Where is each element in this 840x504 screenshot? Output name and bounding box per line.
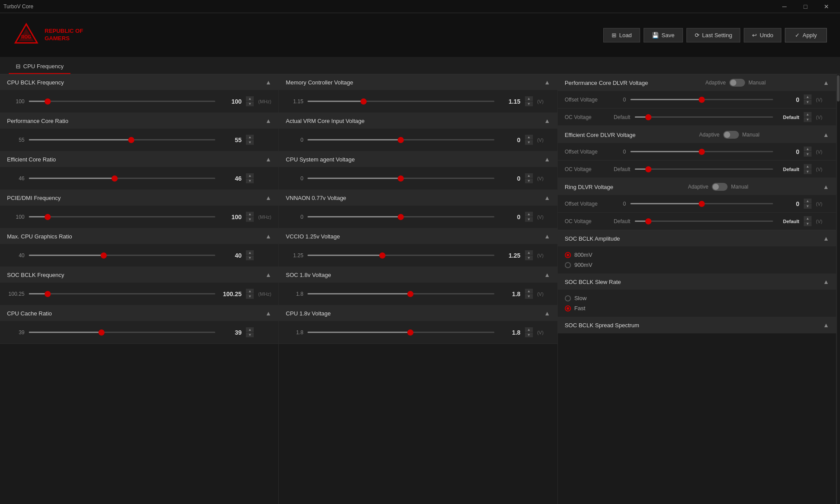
- spinner-up[interactable]: ▲: [525, 135, 533, 140]
- oc-up[interactable]: ▲: [804, 164, 812, 169]
- radio-item[interactable]: Fast: [565, 305, 829, 312]
- spinner-up[interactable]: ▲: [246, 327, 254, 332]
- section-header[interactable]: Memory Controller Voltage▲: [279, 74, 557, 90]
- apply-button[interactable]: ✓ Apply: [785, 28, 827, 42]
- spinner-down[interactable]: ▼: [246, 217, 254, 222]
- spinner-up[interactable]: ▲: [246, 289, 254, 294]
- section-header[interactable]: SOC BCLK Amplitude▲: [558, 231, 836, 246]
- adaptive-manual-toggle[interactable]: [723, 131, 739, 139]
- minimize-button[interactable]: ─: [774, 0, 794, 13]
- spinner-up[interactable]: ▲: [525, 212, 533, 217]
- spinner-down[interactable]: ▼: [525, 178, 533, 183]
- collapse-icon[interactable]: ▲: [265, 156, 271, 163]
- section-header[interactable]: CPU System agent Voltage▲: [279, 151, 557, 167]
- spinner-down[interactable]: ▼: [246, 178, 254, 183]
- collapse-icon[interactable]: ▲: [823, 183, 829, 190]
- slider-container[interactable]: [308, 251, 494, 260]
- radio-item[interactable]: Slow: [565, 295, 829, 301]
- oc-up[interactable]: ▲: [804, 216, 812, 221]
- collapse-icon[interactable]: ▲: [544, 194, 550, 201]
- collapse-icon[interactable]: ▲: [823, 79, 829, 86]
- maximize-button[interactable]: □: [795, 0, 816, 13]
- section-header[interactable]: Max. CPU Graphics Ratio▲: [0, 228, 278, 244]
- spinner-up[interactable]: ▲: [246, 250, 254, 255]
- offset-up[interactable]: ▲: [804, 147, 812, 151]
- collapse-icon[interactable]: ▲: [265, 310, 271, 317]
- collapse-icon[interactable]: ▲: [544, 271, 550, 278]
- spinner-up[interactable]: ▲: [246, 173, 254, 178]
- spinner-down[interactable]: ▼: [246, 102, 254, 106]
- section-header[interactable]: SOC BCLK Slew Rate▲: [558, 274, 836, 290]
- oc-slider[interactable]: [635, 113, 773, 122]
- offset-up[interactable]: ▲: [804, 199, 812, 203]
- spinner-down[interactable]: ▼: [525, 217, 533, 222]
- section-header[interactable]: PCIE/DMI Frequency▲: [0, 190, 278, 206]
- section-header[interactable]: Performance Core Ratio▲: [0, 113, 278, 129]
- offset-down[interactable]: ▼: [804, 152, 812, 157]
- collapse-icon[interactable]: ▲: [265, 79, 271, 86]
- oc-slider[interactable]: [635, 165, 773, 174]
- collapse-icon[interactable]: ▲: [265, 233, 271, 240]
- spinner-up[interactable]: ▲: [246, 135, 254, 140]
- scrollbar-thumb[interactable]: [837, 75, 840, 102]
- spinner-down[interactable]: ▼: [525, 256, 533, 260]
- load-button[interactable]: ⊞ Load: [603, 28, 640, 42]
- spinner-up[interactable]: ▲: [525, 96, 533, 101]
- slider-container[interactable]: [29, 136, 215, 144]
- section-header[interactable]: VCCIO 1.25v Voltage▲: [279, 228, 557, 244]
- scrollbar[interactable]: [836, 74, 840, 504]
- oc-up[interactable]: ▲: [804, 112, 812, 117]
- spinner-up[interactable]: ▲: [246, 96, 254, 101]
- slider-container[interactable]: [308, 97, 494, 106]
- slider-container[interactable]: [308, 328, 494, 337]
- offset-down[interactable]: ▼: [804, 100, 812, 105]
- collapse-icon[interactable]: ▲: [544, 310, 550, 317]
- oc-down[interactable]: ▼: [804, 117, 812, 122]
- radio-item[interactable]: 900mV: [565, 262, 829, 268]
- radio-item[interactable]: 800mV: [565, 252, 829, 258]
- spinner-down[interactable]: ▼: [246, 332, 254, 337]
- close-button[interactable]: ✕: [816, 0, 836, 13]
- slider-container[interactable]: [29, 290, 215, 298]
- collapse-icon[interactable]: ▲: [265, 117, 271, 124]
- spinner-up[interactable]: ▲: [246, 212, 254, 217]
- spinner-down[interactable]: ▼: [525, 102, 533, 106]
- section-header[interactable]: Actual VRM Core Input Voltage▲: [279, 113, 557, 129]
- collapse-icon[interactable]: ▲: [544, 156, 550, 163]
- spinner-down[interactable]: ▼: [246, 140, 254, 145]
- collapse-icon[interactable]: ▲: [265, 194, 271, 201]
- section-header[interactable]: CPU BCLK Frequency▲: [0, 74, 278, 90]
- section-header[interactable]: Efficient Core Ratio▲: [0, 151, 278, 167]
- slider-container[interactable]: [308, 213, 494, 221]
- spinner-down[interactable]: ▼: [525, 332, 533, 337]
- spinner-up[interactable]: ▲: [525, 173, 533, 178]
- offset-slider[interactable]: [630, 200, 773, 208]
- spinner-down[interactable]: ▼: [525, 294, 533, 299]
- oc-down[interactable]: ▼: [804, 169, 812, 174]
- slider-container[interactable]: [29, 213, 215, 221]
- slider-container[interactable]: [308, 290, 494, 298]
- collapse-icon[interactable]: ▲: [544, 233, 550, 240]
- spinner-up[interactable]: ▲: [525, 250, 533, 255]
- section-header[interactable]: CPU 1.8v Voltage▲: [279, 305, 557, 321]
- collapse-icon[interactable]: ▲: [823, 322, 829, 329]
- adaptive-manual-toggle[interactable]: [729, 79, 745, 87]
- spinner-down[interactable]: ▼: [246, 294, 254, 299]
- collapse-icon[interactable]: ▲: [823, 235, 829, 242]
- oc-down[interactable]: ▼: [804, 221, 812, 226]
- slider-container[interactable]: [29, 328, 215, 337]
- offset-slider[interactable]: [630, 95, 773, 104]
- adaptive-manual-toggle[interactable]: [712, 183, 728, 191]
- save-button[interactable]: 💾 Save: [644, 28, 683, 42]
- spinner-down[interactable]: ▼: [525, 140, 533, 145]
- collapse-icon[interactable]: ▲: [823, 131, 829, 138]
- offset-up[interactable]: ▲: [804, 94, 812, 99]
- collapse-icon[interactable]: ▲: [823, 278, 829, 285]
- offset-slider[interactable]: [630, 147, 773, 156]
- section-header[interactable]: SOC BCLK Spread Spectrum▲: [558, 317, 836, 333]
- slider-container[interactable]: [29, 251, 215, 260]
- section-header[interactable]: SOC BCLK Frequency▲: [0, 267, 278, 283]
- spinner-up[interactable]: ▲: [525, 327, 533, 332]
- slider-container[interactable]: [308, 174, 494, 183]
- slider-container[interactable]: [29, 174, 215, 183]
